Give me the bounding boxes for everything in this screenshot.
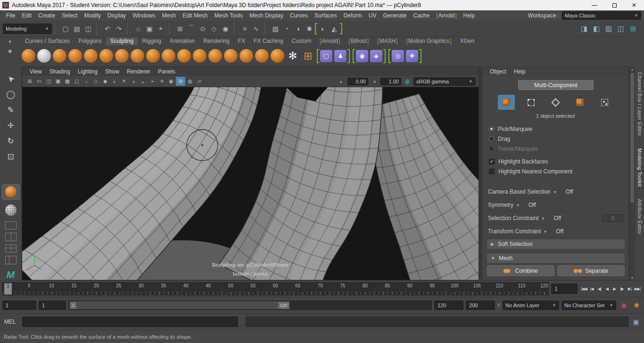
vertex-mode-button[interactable] — [522, 95, 539, 110]
combine-button[interactable]: Combine — [487, 265, 554, 276]
toggle-attribute-editor-icon[interactable]: ◨ — [578, 23, 590, 34]
range-end-handle[interactable]: 120 — [278, 302, 289, 309]
layout-four-pane-icon[interactable] — [5, 245, 17, 253]
knife-tool-icon[interactable] — [224, 49, 238, 63]
freeze-tool-icon[interactable]: ✻ — [286, 49, 299, 63]
mash-editor-shelf-icon[interactable]: ◈ — [370, 50, 382, 62]
menu-surfaces[interactable]: Surfaces — [311, 10, 340, 21]
step-back-key-button[interactable]: |◀ — [588, 284, 595, 294]
go-to-end-button[interactable]: ▶▶| — [634, 284, 641, 294]
repeat-tool-icon[interactable] — [146, 49, 160, 63]
image-plane-icon[interactable]: ▱ — [195, 77, 204, 86]
snap-point-icon[interactable]: ⊙ — [197, 23, 208, 34]
command-splitter[interactable]: ⋮ — [240, 319, 244, 324]
shelf-tab-polygons[interactable]: Polygons — [74, 37, 106, 45]
amplify-tool-icon[interactable] — [271, 49, 284, 63]
open-render-view-icon[interactable]: ▧ — [270, 23, 281, 34]
tab-attribute-editor[interactable]: Attribute Editor — [637, 195, 643, 238]
xray-icon[interactable]: ◍ — [185, 77, 195, 86]
step-forward-key-button[interactable]: ▶| — [626, 284, 633, 294]
show-manipulators-icon[interactable]: ⊞ — [627, 23, 639, 34]
move-tool-icon[interactable]: ✛ — [2, 118, 19, 133]
gamma-field[interactable]: 1.00 — [380, 78, 401, 85]
check-highlight-backfaces[interactable]: Highlight Backfaces — [489, 156, 624, 166]
edge-mode-button[interactable] — [547, 95, 564, 110]
script-editor-icon[interactable]: ▣ — [630, 317, 642, 327]
character-shelf-icon[interactable]: ♟ — [334, 50, 347, 62]
screen-space-ao-icon[interactable]: ◒ — [138, 77, 148, 86]
menu-select[interactable]: Select — [58, 10, 81, 21]
face-mode-button[interactable] — [571, 95, 588, 110]
mash-network-shelf-icon[interactable]: ◉ — [356, 50, 368, 62]
select-object-icon[interactable]: ▣ — [144, 23, 155, 34]
step-forward-frame-button[interactable]: |▶ — [619, 284, 626, 294]
constraint-extra-field[interactable]: 0 — [602, 214, 624, 222]
menu-mesh-display[interactable]: Mesh Display — [246, 10, 287, 21]
exposure-field[interactable]: 0.00 — [347, 78, 368, 85]
minimize-button[interactable]: — — [585, 0, 604, 10]
selection-highlight-icon[interactable]: ∿ — [250, 23, 262, 34]
isolate-select-icon[interactable]: ⊙ — [176, 77, 185, 86]
viewport-canvas[interactable]: y Sculpting on: pCylinder8Shape Isolate … — [22, 87, 479, 280]
shelf-tab-rendering[interactable]: Rendering — [199, 37, 233, 45]
unfreeze-tool-icon[interactable]: ⊞ — [301, 49, 314, 63]
select-component-icon[interactable]: ⌖ — [155, 23, 166, 34]
select-hierarchy-icon[interactable]: ⌂ — [132, 23, 144, 34]
workspace-combo[interactable]: Maya Classic ▼ — [562, 11, 641, 20]
arnold-render-icon[interactable]: ◐ — [317, 23, 329, 34]
range-bar[interactable]: 1 120 — [70, 302, 289, 309]
tk-menu-object[interactable]: Object — [486, 68, 510, 75]
smooth-shade-icon[interactable]: ◆ — [100, 77, 110, 86]
toggle-modeling-toolkit-icon[interactable]: ◫ — [615, 23, 627, 34]
motion-graphics-shelf-icon[interactable]: ◎ — [392, 50, 404, 62]
motion-blur-icon[interactable]: ◓ — [148, 77, 157, 86]
arnold-ipr-icon[interactable]: ◭ — [329, 23, 340, 34]
layout-single-pane-icon[interactable] — [5, 221, 17, 230]
range-spinner[interactable]: ▲▼ — [497, 303, 500, 308]
playback-start-field[interactable]: 1 — [39, 301, 66, 310]
radio-pick-marquee[interactable]: Pick/Marquee — [489, 124, 624, 134]
menu-curves[interactable]: Curves — [287, 10, 311, 21]
render-settings-icon[interactable]: ✱ — [304, 23, 315, 34]
redo-icon[interactable]: ↷ — [113, 23, 124, 34]
imprint-tool-icon[interactable] — [162, 49, 175, 63]
go-to-start-button[interactable]: |◀◀ — [580, 284, 587, 294]
shelf-tab-custom[interactable]: Custom — [288, 37, 315, 45]
toolbar-separator[interactable] — [96, 23, 99, 34]
animation-end-field[interactable]: 200 — [466, 301, 495, 310]
tab-channel-box-layer-editor[interactable]: Channel Box / Layer Editor — [637, 68, 643, 140]
toolbar-separator[interactable] — [233, 23, 237, 34]
gate-mask-icon[interactable]: ▣ — [53, 77, 63, 86]
vp-menu-lighting[interactable]: Lighting — [74, 68, 101, 75]
shelf-tab-fx-caching[interactable]: FX Caching — [249, 37, 288, 45]
radio-drag[interactable]: Drag — [489, 134, 624, 144]
menu-edit-mesh[interactable]: Edit Mesh — [179, 10, 211, 21]
toolbar-separator[interactable] — [169, 23, 172, 34]
check-highlight-nearest-component[interactable]: Highlight Nearest Component — [489, 166, 624, 176]
safe-title-icon[interactable]: ▫ — [82, 77, 91, 86]
vp-menu-shading[interactable]: Shading — [46, 68, 74, 75]
menu-display[interactable]: Display — [104, 10, 129, 21]
snap-plane-icon[interactable]: ◇ — [208, 23, 220, 34]
menu-edit[interactable]: Edit — [18, 10, 35, 21]
menu-help[interactable]: Help — [460, 10, 479, 21]
foamy-tool-icon[interactable] — [115, 49, 129, 63]
play-backwards-button[interactable]: ◀ — [603, 284, 611, 294]
toolbar-separator[interactable] — [54, 23, 58, 34]
soft-selection-section[interactable]: ▶ Soft Selection — [487, 239, 625, 249]
shelf-tab-rigging[interactable]: Rigging — [138, 37, 165, 45]
timeline-ruler[interactable]: 1 51015202530354045505560657075808590951… — [2, 282, 549, 295]
last-tool-icon[interactable] — [2, 203, 19, 218]
shelf-tab-animation[interactable]: Animation — [165, 37, 199, 45]
close-button[interactable]: ✕ — [624, 0, 644, 10]
bulge-tool-icon[interactable] — [255, 49, 269, 63]
character-set-combo[interactable]: No Character Set ▼ — [561, 301, 616, 310]
shadows-icon[interactable]: ◑ — [129, 77, 138, 86]
gamma-icon[interactable]: ◑ — [370, 77, 379, 86]
scrape-tool-icon[interactable] — [193, 49, 206, 63]
menu-deform[interactable]: Deform — [340, 10, 365, 21]
toolbar-separator[interactable] — [264, 23, 267, 34]
layout-split-pane-icon[interactable] — [5, 256, 17, 264]
menu-windows[interactable]: Windows — [129, 10, 159, 21]
shelf-gear-icon[interactable]: ✱ — [8, 49, 12, 55]
